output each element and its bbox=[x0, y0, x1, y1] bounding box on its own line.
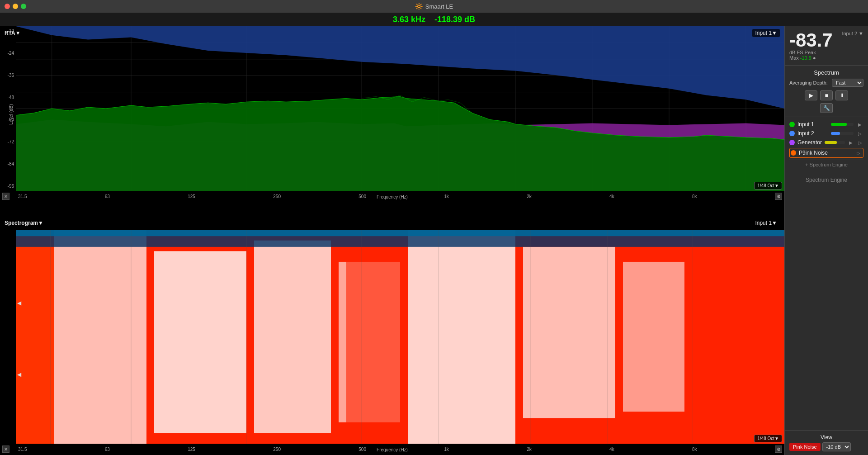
spectrum-engine-section: Spectrum Engine bbox=[785, 173, 868, 187]
rta-y-axis-label: Level (dB) bbox=[9, 104, 14, 125]
db-select[interactable]: -10 dB -20 dB -6 dB 0 dB bbox=[822, 442, 851, 451]
specto-arrow-1: ◀ bbox=[17, 300, 21, 306]
x-label-315: 31.5 bbox=[18, 194, 27, 199]
app-icon: 🔆 bbox=[415, 3, 423, 10]
svg-rect-22 bbox=[154, 251, 246, 433]
view-label: View bbox=[789, 434, 863, 441]
level-number: -83.7 bbox=[789, 31, 833, 50]
input1-settings[interactable]: ▶ bbox=[856, 121, 863, 128]
level-display: -83.7 dB FS Peak Max -10.9 ● Input 2 ▼ bbox=[785, 26, 868, 66]
pink-noise-button[interactable]: Pink Noise bbox=[789, 443, 821, 451]
add-spectrum-engine-button[interactable]: + Spectrum Engine bbox=[789, 160, 863, 169]
wrench-btn-row: 🔧 bbox=[789, 103, 863, 113]
rta-input-label[interactable]: Input 1▼ bbox=[752, 29, 780, 37]
specto-x-125: 125 bbox=[188, 447, 195, 452]
play-button[interactable]: ▶ bbox=[805, 90, 817, 100]
spectrogram-input-label[interactable]: Input 1▼ bbox=[752, 219, 780, 227]
specto-x-1k: 1k bbox=[444, 447, 449, 452]
input-row-1: Input 1 ▶ bbox=[789, 121, 863, 128]
window-controls[interactable] bbox=[5, 4, 26, 9]
generator-play[interactable]: ▶ bbox=[848, 139, 854, 146]
input2-settings[interactable]: ▷ bbox=[856, 130, 863, 137]
spectrum-title: Spectrum bbox=[789, 69, 863, 76]
minimize-button[interactable] bbox=[13, 4, 18, 9]
svg-rect-21 bbox=[54, 230, 146, 444]
spectrum-engine-label: Spectrum Engine bbox=[806, 177, 847, 183]
specto-x-500: 500 bbox=[359, 447, 366, 452]
level-max: Max -10.9 ● bbox=[789, 55, 833, 61]
svg-rect-26 bbox=[523, 247, 615, 418]
pink-noise-settings[interactable]: ▷ bbox=[855, 149, 862, 156]
title-bar: 🔆 Smaart LE bbox=[0, 0, 868, 13]
y-label-8: -96 bbox=[0, 184, 16, 189]
spectrogram-panel: Spectrogram▼ Input 1▼ bbox=[0, 216, 784, 455]
sidebar-bottom-bar: View Pink Noise -10 dB -20 dB -6 dB 0 dB bbox=[785, 430, 868, 455]
app-title-text: Smaart LE bbox=[425, 3, 453, 10]
left-panels: RTA▼ Input 1▼ -12 -24 -36 -48 -60 -72 -8… bbox=[0, 26, 784, 455]
specto-x-250: 250 bbox=[273, 447, 281, 452]
right-sidebar: -83.7 dB FS Peak Max -10.9 ● Input 2 ▼ S… bbox=[784, 26, 868, 455]
rta-resolution-badge[interactable]: 1/48 Oct▼ bbox=[754, 182, 782, 190]
input2-meter-fill bbox=[831, 132, 840, 135]
stop-button[interactable]: ■ bbox=[820, 90, 833, 100]
input1-meter-fill bbox=[831, 123, 847, 126]
input1-meter bbox=[831, 123, 854, 126]
pause-button[interactable]: ⏸ bbox=[835, 90, 848, 100]
spectrogram-panel-header: Spectrogram▼ Input 1▼ bbox=[0, 216, 784, 230]
input-row-pink-noise: P9ink Noise ▷ bbox=[789, 148, 863, 158]
x-label-125: 125 bbox=[188, 194, 195, 199]
spectrogram-resolution-badge[interactable]: 1/48 Oct▼ bbox=[754, 435, 782, 442]
close-button[interactable] bbox=[5, 4, 10, 9]
x-label-2k: 2k bbox=[527, 194, 532, 199]
specto-x-2k: 2k bbox=[527, 447, 532, 452]
inputs-section: Input 1 ▶ Input 2 ▷ Generator bbox=[785, 117, 868, 173]
specto-arrow-2: ◀ bbox=[17, 371, 21, 378]
spectrogram-settings-button[interactable]: ⚙ bbox=[775, 446, 782, 453]
input2-name: Input 2 bbox=[797, 130, 828, 137]
sidebar-spacer bbox=[785, 187, 868, 430]
rta-panel: RTA▼ Input 1▼ -12 -24 -36 -48 -60 -72 -8… bbox=[0, 26, 784, 216]
input2-dot bbox=[789, 131, 795, 136]
rta-chart-inner bbox=[16, 26, 784, 191]
y-label-2: -24 bbox=[0, 51, 16, 56]
app-title: 🔆 Smaart LE bbox=[415, 3, 453, 10]
maximize-button[interactable] bbox=[21, 4, 26, 9]
avg-depth-row: Averaging Depth: Fast Slow Medium bbox=[789, 79, 863, 87]
spectrogram-close-button[interactable]: ✕ bbox=[2, 446, 9, 453]
rta-close-button[interactable]: ✕ bbox=[2, 193, 9, 200]
avg-depth-select[interactable]: Fast Slow Medium bbox=[832, 79, 863, 87]
spectrum-section: Spectrum Averaging Depth: Fast Slow Medi… bbox=[785, 66, 868, 117]
generator-meter bbox=[825, 141, 845, 144]
generator-dot bbox=[789, 140, 795, 145]
level-readout: -118.39 dB bbox=[434, 15, 475, 24]
input1-name: Input 1 bbox=[797, 121, 828, 128]
rta-label[interactable]: RTA▼ bbox=[5, 30, 21, 36]
add-engine-label: + Spectrum Engine bbox=[805, 162, 848, 167]
pink-noise-name: P9ink Noise bbox=[799, 150, 852, 156]
input2-label[interactable]: Input 2 ▼ bbox=[842, 31, 863, 36]
y-label-7: -84 bbox=[0, 161, 16, 166]
rta-settings-button[interactable]: ⚙ bbox=[775, 193, 782, 200]
generator-name: Generator bbox=[797, 139, 822, 146]
y-label-4: -48 bbox=[0, 95, 16, 100]
rta-svg bbox=[16, 26, 784, 191]
x-label-500: 500 bbox=[359, 194, 366, 199]
level-max-value: -10.9 bbox=[800, 55, 811, 61]
specto-x-63: 63 bbox=[105, 447, 110, 452]
input2-meter bbox=[831, 132, 854, 135]
wrench-button[interactable]: 🔧 bbox=[820, 103, 833, 113]
main-content: RTA▼ Input 1▼ -12 -24 -36 -48 -60 -72 -8… bbox=[0, 26, 868, 455]
spectrogram-label[interactable]: Spectrogram▼ bbox=[5, 220, 43, 226]
svg-rect-23 bbox=[254, 241, 331, 433]
generator-settings[interactable]: ▷ bbox=[857, 139, 863, 146]
spectrogram-visual bbox=[16, 230, 784, 444]
level-value-group: -83.7 dB FS Peak Max -10.9 ● bbox=[789, 31, 833, 61]
svg-rect-27 bbox=[623, 262, 684, 412]
spectrogram-x-axis-label: Frequency (Hz) bbox=[377, 447, 408, 452]
transport-controls: ▶ ■ ⏸ bbox=[789, 90, 863, 100]
rta-x-axis-label: Frequency (Hz) bbox=[377, 194, 408, 199]
svg-rect-29 bbox=[346, 230, 408, 444]
y-label-6: -72 bbox=[0, 139, 16, 144]
svg-rect-25 bbox=[408, 230, 515, 444]
x-label-63: 63 bbox=[105, 194, 110, 199]
